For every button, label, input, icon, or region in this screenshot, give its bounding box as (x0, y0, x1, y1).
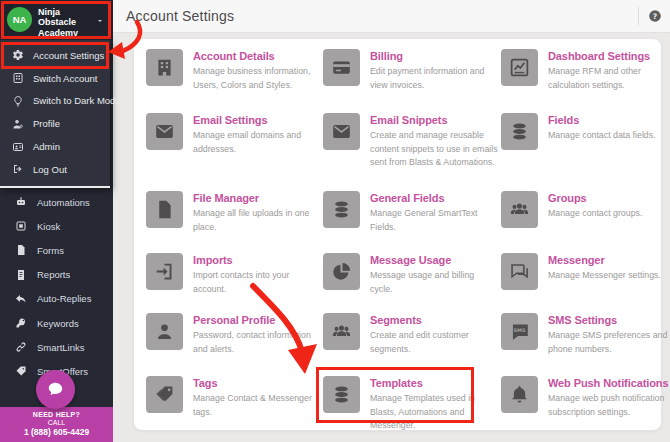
settings-card[interactable]: Groups Manage contact groups. (495, 191, 667, 253)
help-icon[interactable]: ? (648, 9, 662, 23)
settings-card-title[interactable]: Fields (548, 114, 670, 126)
settings-card-description: Password, contact information and alerts… (193, 329, 321, 356)
envelope-icon (154, 121, 175, 142)
menu-item[interactable]: Log Out (0, 158, 110, 181)
document-icon (15, 244, 27, 256)
settings-card-title[interactable]: Groups (548, 192, 670, 204)
settings-card-description: Create and edit customer segments. (370, 329, 498, 356)
settings-card-title[interactable]: Messenger (548, 254, 670, 266)
settings-card[interactable]: Fields Manage contact data fields. (495, 113, 667, 191)
people-icon (331, 321, 352, 342)
settings-card-title[interactable]: Tags (193, 377, 321, 389)
settings-card-title[interactable]: Imports (193, 254, 321, 266)
menu-item[interactable]: Switch Account (0, 67, 110, 90)
settings-card-description: Manage web push notification subscriptio… (548, 392, 670, 419)
help-footer-line2: CALL (0, 419, 113, 426)
settings-card-title[interactable]: Email Snippets (370, 114, 498, 126)
settings-card[interactable]: Web Push Notifications Manage web push n… (495, 376, 667, 433)
person-gear-icon (12, 118, 24, 130)
settings-card-title[interactable]: Email Settings (193, 114, 321, 126)
account-switcher[interactable]: NA Ninja Obstacle Academy Benjamin Bonds (0, 0, 113, 40)
settings-card[interactable]: Email Settings Manage email domains and … (140, 113, 317, 191)
settings-card[interactable]: Segments Create and edit customer segmen… (317, 313, 495, 376)
settings-card[interactable]: Imports Import contacts into your accoun… (140, 253, 317, 313)
settings-card[interactable]: File Manager Manage all file uploads in … (140, 191, 317, 253)
settings-card-title[interactable]: Message Usage (370, 254, 498, 266)
settings-card-description: Manage Contact & Messenger tags. (193, 392, 321, 419)
lightbulb-icon (12, 95, 24, 107)
sidebar-nav-item[interactable]: Automations (0, 190, 113, 214)
settings-card-title[interactable]: Web Push Notifications (548, 377, 670, 389)
settings-grid: Account Details Manage business informat… (133, 38, 662, 431)
menu-item[interactable]: Admin (0, 135, 110, 158)
pie-chart-icon (331, 261, 352, 282)
menu-item[interactable]: Profile (0, 112, 110, 135)
settings-card[interactable]: Personal Profile Password, contact infor… (140, 313, 317, 376)
settings-card-description: Manage email domains and addresses. (193, 129, 321, 156)
envelope-icon (331, 121, 352, 142)
sidebar-nav-item[interactable]: Auto-Replies (0, 287, 113, 311)
chat-bubble-icon (46, 380, 65, 399)
settings-card[interactable]: Tags Manage Contact & Messenger tags. (140, 376, 317, 433)
link-icon (15, 341, 27, 353)
svg-text:?: ? (653, 12, 657, 21)
svg-text:SMS: SMS (514, 327, 526, 333)
settings-card[interactable]: Account Details Manage business informat… (140, 49, 317, 113)
settings-card-description: Message usage and billing cycle. (370, 269, 498, 296)
settings-card-title[interactable]: Billing (370, 50, 498, 62)
settings-card[interactable]: Email Snippets Create and manage reusabl… (317, 113, 495, 191)
help-footer-line1: NEED HELP? (0, 411, 113, 418)
settings-card[interactable]: Dashboard Settings Manage RFM and other … (495, 49, 667, 113)
building-icon (154, 57, 175, 78)
settings-card-description: Manage contact data fields. (548, 129, 670, 143)
page-title: Account Settings (126, 8, 234, 24)
sidebar-nav-item[interactable]: Reports (0, 263, 113, 287)
menu-item[interactable]: Account Settings (0, 44, 110, 67)
account-name: Ninja Obstacle Academy (38, 7, 96, 38)
page-header: Account Settings ? (113, 0, 670, 33)
account-dropdown-menu: Account Settings Switch Account Switch t… (0, 40, 110, 188)
settings-card-description: Manage RFM and other calculation setting… (548, 65, 670, 92)
settings-card-description: Manage business information, Users, Colo… (193, 65, 321, 92)
settings-card-title[interactable]: Personal Profile (193, 314, 321, 326)
robot-icon (15, 196, 27, 208)
sidebar-nav: Automations Kiosk Forms Reports Auto-Rep… (0, 190, 113, 384)
sidebar-nav-item[interactable]: Keywords (0, 311, 113, 335)
menu-item[interactable]: Switch to Dark Mode (0, 90, 110, 113)
settings-card-title[interactable]: Dashboard Settings (548, 50, 670, 62)
chat-fab-button[interactable] (36, 370, 75, 409)
user-icon (154, 321, 175, 342)
sms-bubble-icon: SMS (509, 321, 530, 342)
sidebar-nav-item[interactable]: SmartLinks (0, 335, 113, 359)
settings-card-title[interactable]: Templates (370, 377, 498, 389)
settings-card-title[interactable]: File Manager (193, 192, 321, 204)
kiosk-icon (15, 220, 27, 232)
help-footer-phone[interactable]: 1 (888) 605-4429 (0, 427, 113, 437)
settings-card-description: Manage SMS preferences and phone numbers… (548, 329, 670, 356)
settings-card[interactable]: Message Usage Message usage and billing … (317, 253, 495, 313)
settings-card-title[interactable]: SMS Settings (548, 314, 670, 326)
import-icon (154, 261, 175, 282)
people-icon (509, 199, 530, 220)
settings-card[interactable]: SMS SMS Settings Manage SMS preferences … (495, 313, 667, 376)
settings-card[interactable]: General Fields Manage General SmartText … (317, 191, 495, 253)
sidebar-nav-item[interactable]: Forms (0, 238, 113, 262)
chart-icon (509, 57, 530, 78)
settings-card-title[interactable]: Account Details (193, 50, 321, 62)
chevron-down-icon[interactable] (96, 17, 104, 25)
header-divider (638, 7, 639, 25)
badge-icon (12, 141, 24, 153)
settings-card-title[interactable]: General Fields (370, 192, 498, 204)
gear-icon (12, 49, 24, 61)
document-icon (154, 199, 175, 220)
credit-card-icon (331, 57, 352, 78)
chat-bubbles-icon (509, 261, 530, 282)
settings-card-description: Manage General SmartText Fields. (370, 207, 498, 234)
settings-card[interactable]: Templates Manage Templates used in Blast… (317, 376, 495, 433)
report-icon (15, 269, 27, 281)
settings-card-title[interactable]: Segments (370, 314, 498, 326)
settings-card[interactable]: Messenger Manage Messenger settings. (495, 253, 667, 313)
settings-card[interactable]: Billing Edit payment information and vie… (317, 49, 495, 113)
sidebar-nav-item[interactable]: Kiosk (0, 214, 113, 238)
settings-card-description: Import contacts into your account. (193, 269, 321, 296)
